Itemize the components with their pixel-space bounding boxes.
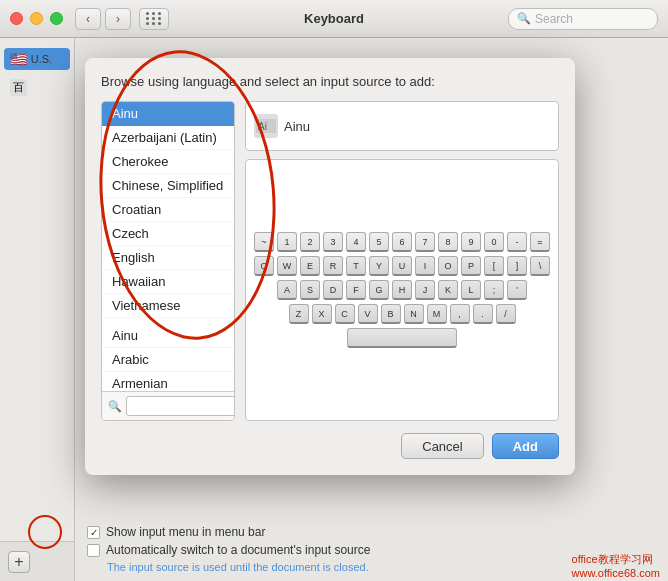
key-8: 8 (438, 232, 458, 252)
key-w: W (277, 256, 297, 276)
language-dialog: Browse using language and select an inpu… (85, 58, 575, 475)
key-e: E (300, 256, 320, 276)
left-panel: 🇺🇸 U.S. 百 + (0, 38, 75, 581)
window-title: Keyboard (304, 11, 364, 26)
key-s: S (300, 280, 320, 300)
titlebar: ‹ › Keyboard 🔍 Search (0, 0, 668, 38)
language-list: Ainu Azerbaijani (Latin) Cherokee Chines… (102, 102, 234, 391)
watermark-line1: office教程学习网 (572, 552, 660, 567)
lang-item-vietnamese[interactable]: Vietnamese (102, 294, 234, 318)
key-r: R (323, 256, 343, 276)
cancel-button[interactable]: Cancel (401, 433, 483, 459)
show-menu-row: Show input menu in menu bar (87, 525, 656, 539)
key-p: P (461, 256, 481, 276)
auto-switch-checkbox[interactable] (87, 544, 100, 557)
lang-item-croatian[interactable]: Croatian (102, 198, 234, 222)
traffic-lights (10, 12, 63, 25)
key-row-q: Q W E R T Y U I O P [ ] \ (254, 256, 550, 276)
key-5: 5 (369, 232, 389, 252)
key-i: I (415, 256, 435, 276)
key-tilde: ~ (254, 232, 274, 252)
search-icon: 🔍 (517, 12, 531, 25)
key-z: Z (289, 304, 309, 324)
grid-button[interactable] (139, 8, 169, 30)
key-7: 7 (415, 232, 435, 252)
show-menu-checkbox[interactable] (87, 526, 100, 539)
key-equals: = (530, 232, 550, 252)
key-q: Q (254, 256, 274, 276)
key-n: N (404, 304, 424, 324)
sidebar-bottom-bar: + (0, 541, 74, 581)
key-9: 9 (461, 232, 481, 252)
preview-name: Ainu (284, 119, 310, 134)
minimize-button[interactable] (30, 12, 43, 25)
input-source-baidu[interactable]: 百 (4, 76, 71, 99)
input-source-us[interactable]: 🇺🇸 U.S. (4, 48, 71, 70)
key-period: . (473, 304, 493, 324)
main-content: 🇺🇸 U.S. 百 + Browse using language and se… (0, 38, 668, 581)
lang-item-cherokee[interactable]: Cherokee (102, 150, 234, 174)
language-search-bar: 🔍 ✕ (102, 391, 234, 420)
lang-item-ainu2[interactable]: Ainu (102, 324, 234, 348)
us-flag-icon: 🇺🇸 (10, 51, 27, 67)
key-u: U (392, 256, 412, 276)
add-source-button[interactable]: + (8, 551, 30, 573)
key-lbracket: [ (484, 256, 504, 276)
key-6: 6 (392, 232, 412, 252)
key-c: C (335, 304, 355, 324)
key-1: 1 (277, 232, 297, 252)
language-list-container: Ainu Azerbaijani (Latin) Cherokee Chines… (101, 101, 235, 421)
back-button[interactable]: ‹ (75, 8, 101, 30)
lang-item-arabic[interactable]: Arabic (102, 348, 234, 372)
preview-icon: Ai (254, 114, 278, 138)
maximize-button[interactable] (50, 12, 63, 25)
watermark: office教程学习网 www.office68.com (572, 552, 660, 579)
key-h: H (392, 280, 412, 300)
us-label: U.S. (31, 53, 52, 65)
key-row-a: A S D F G H J K L ; ' (277, 280, 527, 300)
show-menu-label: Show input menu in menu bar (106, 525, 265, 539)
key-backslash: \ (530, 256, 550, 276)
key-0: 0 (484, 232, 504, 252)
key-l: L (461, 280, 481, 300)
key-row-space (347, 328, 457, 348)
key-j: J (415, 280, 435, 300)
preview-area: Ai Ainu ~ 1 2 3 4 5 6 7 (245, 101, 559, 421)
key-d: D (323, 280, 343, 300)
language-search-input[interactable] (126, 396, 235, 416)
lang-item-armenian[interactable]: Armenian (102, 372, 234, 391)
lang-item-english[interactable]: English (102, 246, 234, 270)
lang-item-chinese-simplified[interactable]: Chinese, Simplified (102, 174, 234, 198)
forward-button[interactable]: › (105, 8, 131, 30)
key-semicolon: ; (484, 280, 504, 300)
key-minus: - (507, 232, 527, 252)
key-space (347, 328, 457, 348)
search-placeholder: Search (535, 12, 573, 26)
baidu-icon: 百 (10, 79, 27, 96)
lang-item-ainu[interactable]: Ainu (102, 102, 234, 126)
keyboard-preview: ~ 1 2 3 4 5 6 7 8 9 0 - = (245, 159, 559, 421)
key-t: T (346, 256, 366, 276)
key-b: B (381, 304, 401, 324)
dialog-body: Ainu Azerbaijani (Latin) Cherokee Chines… (101, 101, 559, 421)
key-slash: / (496, 304, 516, 324)
search-bar[interactable]: 🔍 Search (508, 8, 658, 30)
key-row-z: Z X C V B N M , . / (289, 304, 516, 324)
svg-text:Ai: Ai (258, 121, 267, 132)
key-v: V (358, 304, 378, 324)
lang-item-azerbaijani[interactable]: Azerbaijani (Latin) (102, 126, 234, 150)
key-x: X (312, 304, 332, 324)
dialog-title: Browse using language and select an inpu… (101, 74, 559, 89)
lang-item-hawaiian[interactable]: Hawaiian (102, 270, 234, 294)
key-quote: ' (507, 280, 527, 300)
key-o: O (438, 256, 458, 276)
key-3: 3 (323, 232, 343, 252)
key-k: K (438, 280, 458, 300)
key-y: Y (369, 256, 389, 276)
add-button[interactable]: Add (492, 433, 559, 459)
auto-switch-label: Automatically switch to a document's inp… (106, 543, 370, 557)
key-f: F (346, 280, 366, 300)
close-button[interactable] (10, 12, 23, 25)
lang-item-czech[interactable]: Czech (102, 222, 234, 246)
dialog-footer: Cancel Add (101, 433, 559, 459)
